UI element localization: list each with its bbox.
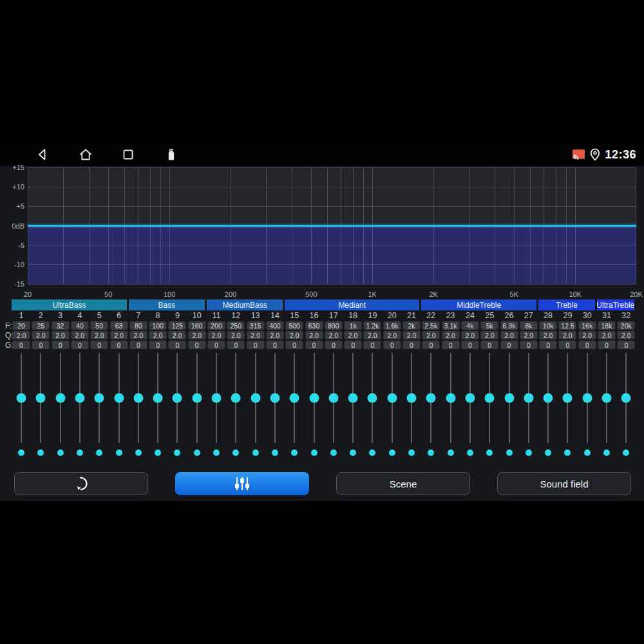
band-indicator-dot[interactable] bbox=[330, 450, 337, 456]
band-indicator-dot[interactable] bbox=[350, 450, 356, 456]
band-slider-knob[interactable] bbox=[55, 393, 65, 403]
frequency-value-cell: 32 bbox=[52, 321, 69, 330]
band-indicator-dot[interactable] bbox=[486, 450, 493, 456]
band-slider-knob[interactable] bbox=[251, 393, 260, 403]
q-value-cell: 2.0 bbox=[520, 331, 537, 339]
band-indicator-dot[interactable] bbox=[603, 450, 610, 456]
band-indicator-dot[interactable] bbox=[369, 450, 375, 456]
band-slider-knob[interactable] bbox=[504, 393, 514, 403]
q-value-cell: 2.0 bbox=[442, 331, 459, 339]
h-gridline bbox=[28, 167, 636, 168]
band-slider-knob[interactable] bbox=[582, 393, 592, 403]
band-slider-knob[interactable] bbox=[368, 393, 377, 403]
band-slider-knob[interactable] bbox=[17, 393, 26, 403]
q-value-cell: 2.0 bbox=[247, 331, 264, 339]
band-slider-knob[interactable] bbox=[348, 393, 358, 403]
band-slider-knob[interactable] bbox=[290, 393, 299, 403]
band-indicator-dot[interactable] bbox=[252, 450, 259, 456]
band-slider-knob[interactable] bbox=[95, 393, 104, 403]
band-indicator-dot[interactable] bbox=[545, 450, 551, 456]
band-indicator-dot[interactable] bbox=[564, 450, 571, 456]
band-indicator-dot[interactable] bbox=[526, 450, 532, 456]
band-slider-knob[interactable] bbox=[407, 393, 417, 403]
band-slider-knob[interactable] bbox=[270, 393, 279, 403]
band-indicator-dot[interactable] bbox=[57, 450, 64, 456]
scene-button[interactable]: Scene bbox=[336, 472, 470, 495]
band-indicator-dot[interactable] bbox=[37, 450, 44, 456]
band-indicator-dot[interactable] bbox=[584, 450, 591, 456]
band-indicator-dot[interactable] bbox=[272, 450, 278, 456]
band-slider-knob[interactable] bbox=[133, 393, 143, 403]
q-value-cell: 2.0 bbox=[188, 331, 205, 339]
gain-value-cell: 0 bbox=[32, 341, 50, 349]
band-indicator-dot[interactable] bbox=[232, 450, 239, 456]
band-slider-knob[interactable] bbox=[36, 393, 46, 403]
q-value-cell: 2.0 bbox=[598, 331, 616, 339]
band-slider-knob[interactable] bbox=[485, 393, 495, 403]
band-group-label: Treble bbox=[538, 299, 595, 310]
home-button-icon[interactable] bbox=[78, 147, 93, 162]
band-indicator-dot[interactable] bbox=[77, 450, 83, 456]
equalizer-app: 12:36 +15+10+50dB-5-10-15 20501002005001… bbox=[0, 143, 644, 501]
band-indicator-dot[interactable] bbox=[174, 450, 180, 456]
band-indicator-dot[interactable] bbox=[116, 450, 122, 456]
band-indicator-dot[interactable] bbox=[506, 450, 513, 456]
band-indicator-dot[interactable] bbox=[155, 450, 161, 456]
gain-value-cell: 0 bbox=[325, 341, 342, 349]
band-slider-knob[interactable] bbox=[563, 393, 573, 403]
q-value-cell: 2.0 bbox=[71, 331, 88, 339]
band-indicator-dot[interactable] bbox=[448, 450, 454, 456]
band-indicator-dot[interactable] bbox=[18, 450, 24, 456]
gain-value-cell: 0 bbox=[129, 341, 147, 349]
band-slider-knob[interactable] bbox=[212, 393, 222, 403]
band-indicator-dot[interactable] bbox=[135, 450, 142, 456]
band-slider-knob[interactable] bbox=[328, 393, 338, 403]
band-slider-knob[interactable] bbox=[426, 393, 436, 403]
gain-value-cell: 0 bbox=[422, 341, 440, 349]
band-slider-knob[interactable] bbox=[621, 393, 631, 403]
recent-apps-button-icon[interactable] bbox=[120, 147, 136, 162]
band-indicator-dot[interactable] bbox=[311, 450, 317, 456]
band-number: 13 bbox=[251, 311, 260, 320]
frequency-value-cell: 50 bbox=[91, 321, 108, 330]
band-indicator-dot[interactable] bbox=[467, 450, 473, 456]
band-group-label: MediumBass bbox=[207, 299, 283, 310]
sound-field-button[interactable]: Sound field bbox=[497, 472, 631, 495]
band-indicator-dot[interactable] bbox=[389, 450, 395, 456]
band-slider-knob[interactable] bbox=[75, 393, 84, 403]
x-tick-label: 500 bbox=[305, 290, 317, 298]
equalizer-button[interactable] bbox=[175, 472, 309, 495]
band-indicator-dot[interactable] bbox=[428, 450, 434, 456]
q-value-cell: 2.0 bbox=[52, 331, 69, 339]
q-value-cell: 2.0 bbox=[91, 331, 108, 339]
band-number: 29 bbox=[563, 311, 572, 320]
band-slider-knob[interactable] bbox=[309, 393, 319, 403]
band-slider-knob[interactable] bbox=[153, 393, 163, 403]
reset-button[interactable] bbox=[14, 472, 148, 495]
band-slider-knob[interactable] bbox=[231, 393, 241, 403]
band-slider-knob[interactable] bbox=[544, 393, 553, 403]
band-slider-knob[interactable] bbox=[524, 393, 533, 403]
usb-device-icon[interactable] bbox=[164, 147, 179, 162]
band-slider-knob[interactable] bbox=[465, 393, 475, 403]
band-slider-knob[interactable] bbox=[192, 393, 202, 403]
band-slider-knob[interactable] bbox=[602, 393, 612, 403]
band-slider-knob[interactable] bbox=[387, 393, 397, 403]
band-indicator-dot[interactable] bbox=[408, 450, 415, 456]
band-indicator-dot[interactable] bbox=[623, 450, 629, 456]
x-tick-label: 1K bbox=[368, 290, 376, 298]
frequency-value-cell: 5k bbox=[481, 321, 498, 330]
gain-value-cell: 0 bbox=[169, 341, 186, 349]
back-button-icon[interactable] bbox=[35, 147, 50, 162]
screen-cast-icon bbox=[572, 149, 585, 160]
band-slider-knob[interactable] bbox=[173, 393, 182, 403]
band-slider-knob[interactable] bbox=[446, 393, 455, 403]
band-indicator-dot[interactable] bbox=[213, 450, 220, 456]
frequency-value-cell: 100 bbox=[149, 321, 167, 330]
band-number: 16 bbox=[310, 311, 319, 320]
band-indicator-dot[interactable] bbox=[291, 450, 298, 456]
band-indicator-dot[interactable] bbox=[194, 450, 200, 456]
x-tick-label: 2K bbox=[429, 290, 437, 298]
band-indicator-dot[interactable] bbox=[96, 450, 102, 456]
band-slider-knob[interactable] bbox=[114, 393, 124, 403]
